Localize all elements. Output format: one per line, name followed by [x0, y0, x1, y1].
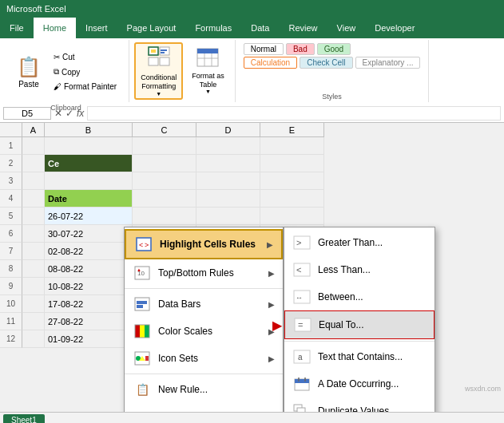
svg-text:<: < [139, 241, 143, 249]
cut-button[interactable]: ✂ Cut [50, 50, 121, 64]
svg-text:>: > [296, 238, 301, 247]
paste-button[interactable]: 📋 Paste [11, 43, 46, 101]
styles-label: Styles [322, 91, 342, 101]
col-header-b[interactable]: B [45, 123, 133, 137]
menu-item-colorscales[interactable]: Color Scales ▶ [125, 318, 283, 345]
clipboard-small-buttons: ✂ Cut ⧉ Copy 🖌 Format Painter [50, 50, 121, 93]
red-arrow: ▶ [272, 318, 282, 333]
paste-icon: 📋 [17, 56, 41, 78]
tab-view[interactable]: View [327, 18, 366, 38]
table-row: 5 26-07-22 [0, 208, 504, 225]
submenu-item-dateoccurring[interactable]: A Date Occurring... [284, 370, 435, 397]
tab-insert[interactable]: Insert [76, 18, 117, 38]
col-header-d[interactable]: D [196, 123, 260, 137]
formula-input[interactable] [87, 106, 501, 121]
tab-file[interactable]: File [0, 18, 34, 38]
greaterthan-icon: > [292, 233, 312, 252]
svg-text:>: > [145, 241, 149, 249]
paste-label: Paste [18, 80, 39, 89]
svg-text:<: < [296, 265, 301, 275]
format-painter-icon: 🖌 [54, 82, 62, 91]
format-painter-button[interactable]: 🖌 Format Painter [50, 80, 121, 93]
conditional-formatting-button[interactable]: ConditionalFormatting ▼ [134, 42, 183, 100]
cf-label: ConditionalFormatting [141, 73, 177, 91]
colorscales-icon [133, 322, 152, 341]
equalto-icon: = [293, 315, 312, 334]
title-bar: Microsoft Excel [0, 0, 504, 18]
svg-rect-42 [295, 379, 309, 383]
submenu-item-between[interactable]: ↔ Between... [284, 283, 435, 310]
copy-button[interactable]: ⧉ Copy [50, 65, 121, 79]
format-as-table-button[interactable]: Format asTable ▼ [186, 42, 230, 100]
duplicatevalues-icon [292, 401, 312, 412]
menu-item-topbottom[interactable]: 10 ▲ Top/Bottom Rules ▶ [125, 259, 283, 287]
topbottom-icon: 10 ▲ [133, 263, 152, 283]
submenu-textcontains-label: Text that Contains... [318, 351, 403, 362]
svg-rect-9 [197, 49, 218, 53]
table-row: 2 Ce [0, 155, 504, 172]
submenu-item-equalto[interactable]: = Equal To... ▶ [284, 310, 435, 339]
sheet-tab-sheet1[interactable]: Sheet1 [3, 414, 45, 423]
styles-group: Normal Bad Good Calculation Check Cell E… [236, 40, 430, 102]
col-header-a[interactable]: A [22, 123, 45, 137]
submenu-equalto-label: Equal To... [319, 319, 363, 330]
databars-icon [133, 295, 152, 314]
col-header-c[interactable]: C [133, 123, 196, 137]
submenu-dateoccurring-label: A Date Occurring... [318, 378, 399, 389]
watermark: wsxdn.com [465, 385, 501, 393]
dateoccurring-icon [292, 374, 312, 393]
menu-item-newrule[interactable]: 📋 New Rule... [125, 376, 283, 403]
style-explanatory[interactable]: Explanatory ... [355, 57, 421, 69]
submenu-item-lessthan[interactable]: < Less Than... [284, 256, 435, 283]
highlight-icon: < > [134, 235, 153, 254]
cf-arrow: ▼ [156, 91, 161, 97]
format-table-label: Format asTable [192, 72, 224, 89]
between-icon: ↔ [292, 287, 312, 306]
submenu-item-greaterthan[interactable]: > Greater Than... [284, 229, 435, 256]
svg-rect-2 [151, 49, 156, 53]
styles-row1: Normal Bad Good [244, 43, 421, 55]
submenu-item-duplicatevalues[interactable]: Duplicate Values... [284, 397, 435, 412]
tab-review[interactable]: Review [279, 18, 327, 38]
style-good[interactable]: Good [317, 43, 351, 55]
tab-home[interactable]: Home [34, 18, 76, 38]
col-header-e[interactable]: E [260, 123, 324, 137]
topbottom-arrow: ▶ [268, 269, 275, 278]
menu-item-iconsets[interactable]: Icon Sets ▶ [125, 345, 283, 372]
svg-rect-22 [137, 301, 147, 304]
table-row: 3 [0, 172, 504, 190]
menu-databars-label: Data Bars [158, 298, 200, 310]
style-check-cell[interactable]: Check Cell [300, 57, 352, 69]
svg-text:↔: ↔ [296, 294, 303, 302]
iconsets-arrow: ▶ [268, 354, 275, 363]
svg-rect-7 [160, 57, 169, 65]
menu-item-databars[interactable]: Data Bars ▶ [125, 291, 283, 318]
style-calculation[interactable]: Calculation [244, 57, 297, 69]
lessthan-icon: < [292, 260, 312, 279]
menu-item-highlight[interactable]: < > Highlight Cells Rules ▶ [125, 229, 283, 259]
svg-rect-6 [149, 57, 158, 65]
style-bad[interactable]: Bad [286, 43, 315, 55]
menu-topbottom-label: Top/Bottom Rules [158, 267, 234, 279]
dropdown-overlay: < > Highlight Cells Rules ▶ 10 ▲ [124, 227, 284, 412]
svg-rect-5 [161, 52, 165, 53]
tab-formulas[interactable]: Formulas [185, 18, 241, 38]
submenu-between-label: Between... [318, 291, 363, 302]
menu-item-clearrules[interactable]: 🗑 Clear Rules ▶ [125, 403, 283, 412]
col-header-row: A B C D E [0, 123, 504, 137]
svg-text:a: a [298, 353, 303, 362]
svg-rect-4 [161, 49, 167, 51]
clipboard-group: 📋 Paste ✂ Cut ⧉ Copy 🖌 Format Painter Cl… [3, 40, 129, 102]
sheet-tab-bar: Sheet1 [0, 412, 504, 423]
tab-page-layout[interactable]: Page Layout [117, 18, 186, 38]
tab-data[interactable]: Data [241, 18, 279, 38]
submenu-item-textcontains[interactable]: a Text that Contains... [284, 343, 435, 370]
name-box[interactable]: D5 [3, 107, 51, 120]
format-table-icon [196, 48, 219, 72]
paste-area: 📋 Paste ✂ Cut ⧉ Copy 🖌 Format Painter [8, 42, 124, 102]
tab-developer[interactable]: Developer [365, 18, 424, 38]
menu-highlight-label: Highlight Cells Rules [160, 239, 256, 250]
style-normal[interactable]: Normal [244, 43, 284, 55]
menu-newrule-label: New Rule... [158, 384, 208, 395]
highlight-arrow: ▶ [267, 240, 273, 249]
